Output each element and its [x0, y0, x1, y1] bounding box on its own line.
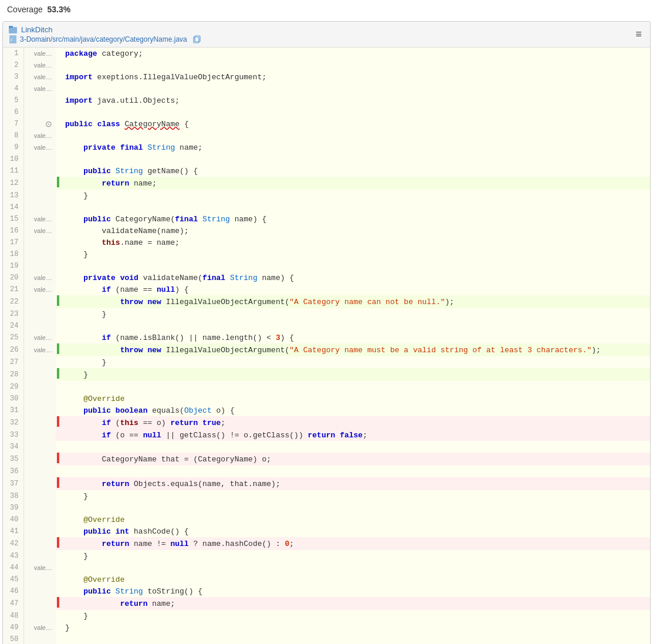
hit-count: [23, 381, 56, 393]
code-line: return name;: [60, 177, 650, 190]
code-line: [60, 260, 650, 272]
coverage-header: Coverage 53.3%: [0, 0, 653, 19]
line-number: 43: [3, 550, 23, 562]
code-line: [60, 466, 650, 477]
project-name: LinkDitch: [9, 25, 201, 34]
code-line: [60, 441, 650, 453]
code-line: throw new IllegalValueObjectArgument("A …: [60, 343, 650, 356]
table-row: 8vale…: [3, 130, 650, 141]
hit-count: [23, 393, 56, 404]
code-line: [60, 381, 650, 393]
coverage-gutter: [56, 177, 60, 190]
table-row: 33 if (o == null || getClass() != o.getC…: [3, 429, 650, 441]
hit-count: [23, 453, 56, 466]
line-number: 39: [3, 502, 23, 514]
code-line: @Override: [60, 393, 650, 404]
code-line: public String getName() {: [60, 165, 650, 177]
table-row: 19: [3, 260, 650, 272]
table-row: 36: [3, 466, 650, 477]
code-line: import exeptions.IllegalValueObjectArgum…: [60, 71, 650, 83]
code-line: if (name.isBlank() || name.length() < 3)…: [60, 332, 650, 343]
line-number: 19: [3, 260, 23, 272]
table-row: 25vale… if (name.isBlank() || name.lengt…: [3, 332, 650, 343]
hit-count: [23, 633, 56, 644]
hamburger-menu[interactable]: ≡: [633, 26, 644, 43]
code-line: CategoryName that = (CategoryName) o;: [60, 453, 650, 466]
line-number: 48: [3, 610, 23, 622]
coverage-gutter: [56, 525, 60, 537]
line-number: 3: [3, 71, 23, 83]
line-number: 13: [3, 190, 23, 201]
table-row: 35 CategoryName that = (CategoryName) o;: [3, 453, 650, 466]
line-number: 34: [3, 441, 23, 453]
coverage-gutter: [56, 453, 60, 466]
line-number: 32: [3, 416, 23, 429]
code-line: if (o == null || getClass() != o.getClas…: [60, 429, 650, 441]
coverage-gutter: [56, 633, 60, 644]
svg-text:J: J: [10, 38, 12, 42]
coverage-gutter: [56, 343, 60, 356]
table-row: 7⊙public class CategoryName {: [3, 118, 650, 130]
table-row: 17 this.name = name;: [3, 237, 650, 248]
table-row: 2vale…: [3, 59, 650, 71]
hit-count: vale…: [23, 622, 56, 633]
coverage-gutter: [56, 308, 60, 320]
line-number: 45: [3, 574, 23, 585]
coverage-gutter: [56, 106, 60, 118]
coverage-gutter: [56, 610, 60, 622]
line-number: 42: [3, 537, 23, 550]
line-number: 40: [3, 514, 23, 525]
coverage-gutter: [56, 59, 60, 71]
coverage-gutter: [56, 237, 60, 248]
line-number: 33: [3, 429, 23, 441]
table-row: 15vale… public CategoryName(final String…: [3, 213, 650, 225]
coverage-label: Coverage 53.3%: [0, 0, 77, 19]
table-row: 40 @Override: [3, 514, 650, 525]
code-line: }: [60, 622, 650, 633]
covered-bar: [57, 368, 59, 379]
coverage-gutter: [56, 404, 60, 416]
file-path: J 3-Domain/src/main/java/category/Catego…: [9, 35, 201, 43]
table-row: 29: [3, 381, 650, 393]
code-line: }: [60, 490, 650, 502]
line-number: 35: [3, 453, 23, 466]
covered-bar: [57, 177, 59, 187]
table-row: 14: [3, 201, 650, 213]
line-number: 46: [3, 585, 23, 597]
table-row: 39: [3, 502, 650, 514]
hit-count: [23, 320, 56, 332]
copy-icon[interactable]: [192, 35, 201, 43]
hit-count: [23, 466, 56, 477]
coverage-gutter: [56, 416, 60, 429]
bug-icon[interactable]: ⊙: [45, 119, 52, 129]
code-line: @Override: [60, 574, 650, 585]
line-number: 10: [3, 153, 23, 165]
hit-count: [23, 477, 56, 490]
line-number: 16: [3, 225, 23, 237]
line-number: 41: [3, 525, 23, 537]
hit-count: [23, 260, 56, 272]
coverage-gutter: [56, 95, 60, 106]
hit-count: vale…: [23, 71, 56, 83]
hit-count: vale…: [23, 141, 56, 153]
code-line: }: [60, 550, 650, 562]
table-row: 47 return name;: [3, 597, 650, 610]
coverage-gutter: [56, 537, 60, 550]
table-row: 50: [3, 633, 650, 644]
coverage-gutter: [56, 153, 60, 165]
code-line: [60, 320, 650, 332]
file-path-label: 3-Domain/src/main/java/category/Category…: [20, 35, 187, 43]
table-row: 16vale… validateName(name);: [3, 225, 650, 237]
coverage-gutter: [56, 429, 60, 441]
code-line: }: [60, 610, 650, 622]
code-line: private final String name;: [60, 141, 650, 153]
coverage-gutter: [56, 477, 60, 490]
line-number: 28: [3, 368, 23, 381]
table-row: 1vale…package category;: [3, 48, 650, 59]
hit-count: [23, 153, 56, 165]
code-line: public boolean equals(Object o) {: [60, 404, 650, 416]
code-line: if (this == o) return true;: [60, 416, 650, 429]
line-number: 38: [3, 490, 23, 502]
table-row: 20vale… private void validateName(final …: [3, 272, 650, 284]
table-row: 26vale… throw new IllegalValueObjectArgu…: [3, 343, 650, 356]
